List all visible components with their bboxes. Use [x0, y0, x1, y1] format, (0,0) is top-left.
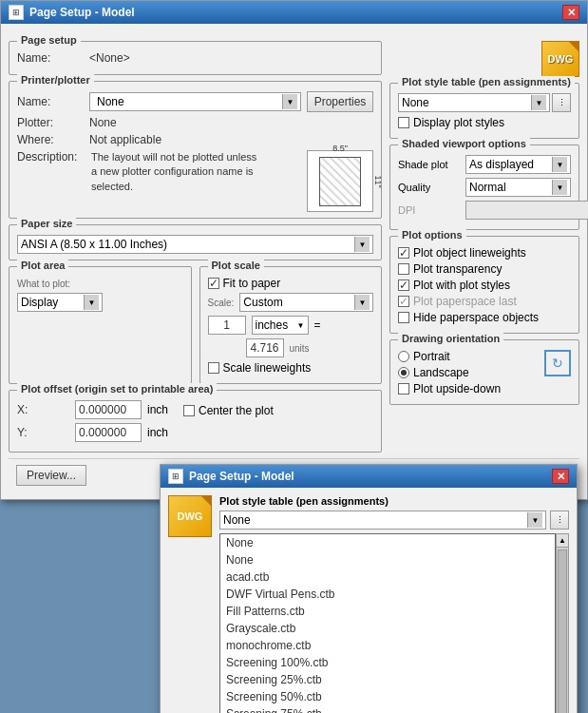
dropdown-item-s100[interactable]: Screening 100%.ctb — [220, 654, 555, 671]
what-to-plot-label: What to plot: — [17, 279, 70, 289]
display-plot-styles-row: Display plot styles — [398, 116, 571, 129]
popup-edit-btn[interactable]: ⋮ — [550, 511, 569, 530]
scale-combo[interactable]: Custom ▼ — [239, 293, 373, 312]
landscape-radio[interactable] — [398, 367, 409, 378]
scale-value: Custom — [243, 296, 282, 309]
plot-upside-down-checkbox[interactable] — [398, 383, 409, 395]
drawing-orientation-group: Drawing orientation Portrait — [389, 339, 579, 405]
dropdown-item-none1[interactable]: None — [220, 534, 555, 551]
scroll-thumb[interactable] — [558, 549, 567, 713]
x-offset-row: X: inch — [17, 400, 168, 419]
y-label: Y: — [17, 426, 69, 439]
plot-style-arrow[interactable]: ▼ — [531, 95, 546, 110]
plot-area-label: Plot area — [17, 260, 68, 271]
portrait-label: Portrait — [413, 350, 450, 363]
dropdown-item-fill[interactable]: Fill Patterns.ctb — [220, 603, 555, 620]
printer-plotter-group: Printer/plotter Name: None ▼ Properties … — [9, 81, 382, 219]
chk4: ✓ — [399, 295, 408, 308]
dropdown-item-s50[interactable]: Screening 50%.ctb — [220, 688, 555, 705]
units-arrow: ▼ — [297, 321, 305, 330]
x-value-input[interactable] — [75, 400, 142, 419]
dropdown-item-s75[interactable]: Screening 75%.ctb — [220, 705, 555, 713]
plot-with-plot-styles-checkbox[interactable]: ✓ — [398, 279, 409, 291]
hide-paperspace-objects-checkbox[interactable] — [398, 312, 409, 323]
plot-area-group: Plot area What to plot: Display ▼ — [9, 266, 192, 384]
printer-combo-arrow[interactable]: ▼ — [282, 94, 297, 109]
shade-plot-arrow[interactable]: ▼ — [552, 157, 567, 172]
what-to-plot-arrow[interactable]: ▼ — [84, 295, 99, 310]
quality-arrow[interactable]: ▼ — [552, 180, 567, 195]
fit-to-paper-label: Fit to paper — [223, 277, 281, 290]
scale-lineweights-label: Scale lineweights — [223, 361, 312, 375]
popup-body: DWG Plot style table (pen assignments) N… — [161, 488, 577, 713]
desc-label: Description: — [17, 150, 84, 212]
dropdown-scrollbar[interactable]: ▲ ▼ — [556, 533, 569, 713]
plot-upside-down-label: Plot upside-down — [413, 382, 501, 395]
plot-paperspace-last-checkbox[interactable]: ✓ — [398, 296, 409, 307]
dwg-icon: DWG — [541, 41, 579, 77]
drawing-orientation-label: Drawing orientation — [398, 333, 503, 344]
page-setup-name-value: <None> — [89, 51, 130, 65]
plot-transparency-label: Plot transparency — [413, 262, 502, 276]
plot-options-label: Plot options — [398, 229, 466, 241]
popup-style-arrow[interactable]: ▼ — [527, 512, 542, 528]
quality-combo[interactable]: Normal ▼ — [465, 178, 571, 197]
fit-to-paper-row: ✓ Fit to paper — [208, 277, 374, 290]
plot-paperspace-last-label: Plot paperspace last — [413, 295, 517, 308]
portrait-radio[interactable] — [398, 351, 409, 362]
popup-dialog-title: Page Setup - Model — [189, 470, 294, 483]
printer-name-combo[interactable]: None ▼ — [89, 92, 301, 111]
units-value: inches — [256, 318, 289, 332]
popup-plot-style-label: Plot style table (pen assignments) — [219, 495, 569, 507]
dropdown-item-s25[interactable]: Screening 25%.ctb — [220, 671, 555, 688]
dialog-icon: ⊞ — [9, 5, 24, 20]
x-unit: inch — [147, 403, 168, 416]
what-to-plot-value: Display — [21, 296, 58, 309]
dropdown-item-acad[interactable]: acad.ctb — [220, 568, 555, 586]
page-setup-name-row: Name: <None> — [17, 51, 373, 65]
scale-value2-input[interactable] — [246, 338, 284, 357]
desc-value: The layout will not be plotted unless a … — [91, 150, 262, 194]
dropdown-item-none2[interactable]: None — [220, 551, 555, 568]
scale-arrow[interactable]: ▼ — [354, 295, 370, 310]
popup-dwg-icon: DWG — [168, 495, 212, 537]
properties-button[interactable]: Properties — [307, 91, 373, 112]
shade-plot-combo[interactable]: As displayed ▼ — [465, 155, 571, 174]
units-combo[interactable]: inches ▼ — [252, 316, 309, 335]
orientation-content: Portrait Landscape Plot upside-down — [398, 350, 571, 398]
popup-style-combo[interactable]: None ▼ — [219, 511, 546, 530]
plot-object-lineweights-checkbox[interactable]: ✓ — [398, 247, 409, 259]
dropdown-item-dwf[interactable]: DWF Virtual Pens.ctb — [220, 586, 555, 603]
scale-lineweights-checkbox[interactable] — [208, 362, 219, 374]
rotate-icon[interactable]: ↻ — [544, 350, 571, 376]
scale-value1-input[interactable] — [208, 316, 246, 335]
what-to-plot-combo[interactable]: Display ▼ — [17, 293, 103, 312]
x-label: X: — [17, 403, 69, 416]
plot-transparency-checkbox[interactable] — [398, 263, 409, 275]
y-value-input[interactable] — [75, 423, 142, 442]
fit-to-paper-checkbox[interactable]: ✓ — [208, 278, 219, 289]
dropdown-item-grayscale[interactable]: Grayscale.ctb — [220, 620, 555, 637]
display-plot-styles-checkbox[interactable] — [398, 117, 409, 128]
popup-left-icons: DWG — [168, 495, 212, 537]
what-to-plot-label-row: What to plot: — [17, 277, 183, 290]
where-row: Where: Not applicable — [17, 133, 373, 146]
y-offset-row: Y: inch — [17, 423, 373, 442]
paper-size-arrow[interactable]: ▼ — [354, 237, 370, 252]
dropdown-item-monochrome[interactable]: monochrome.ctb — [220, 637, 555, 654]
preview-button[interactable]: Preview... — [16, 465, 86, 486]
center-plot-checkbox[interactable] — [183, 405, 195, 416]
quality-label: Quality — [398, 182, 460, 193]
popup-close-button[interactable]: ✕ — [552, 469, 569, 484]
close-button[interactable]: ✕ — [562, 5, 579, 20]
paper-preview: 8.5" 11" — [307, 150, 373, 212]
printer-plotter-label: Printer/plotter — [17, 74, 94, 86]
title-bar: ⊞ Page Setup - Model ✕ — [1, 1, 587, 24]
paper-size-combo[interactable]: ANSI A (8.50 x 11.00 Inches) ▼ — [17, 235, 373, 254]
hide-paperspace-objects-label: Hide paperspace objects — [413, 311, 539, 324]
plot-object-lineweights-label: Plot object lineweights — [413, 246, 526, 260]
scroll-up-arrow[interactable]: ▲ — [557, 534, 568, 548]
landscape-radio-inner — [401, 370, 407, 376]
plot-style-combo[interactable]: None ▼ — [398, 93, 550, 112]
plot-style-edit-btn[interactable]: ⋮ — [552, 93, 571, 112]
